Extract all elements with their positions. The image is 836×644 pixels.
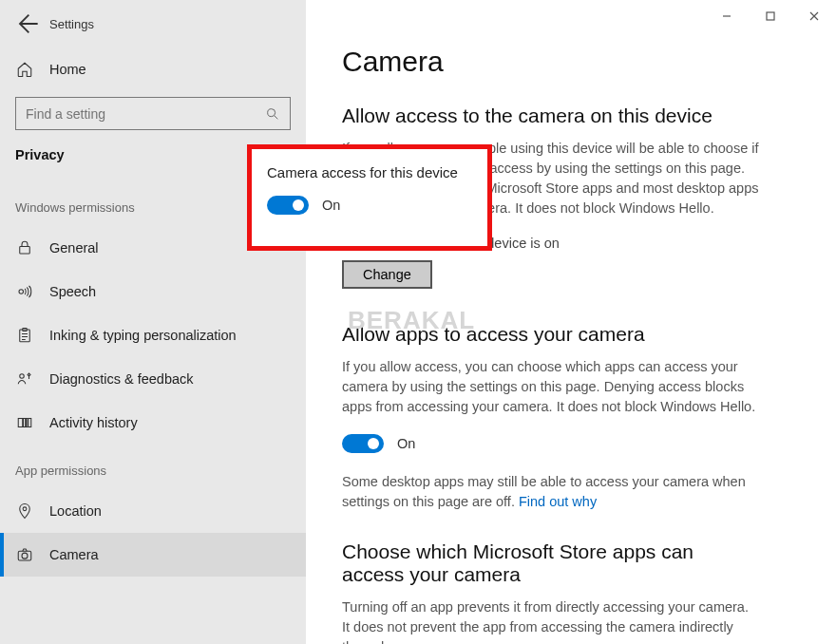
section-allow-apps: Allow apps to access your camera bbox=[342, 323, 800, 346]
titlebar: Settings bbox=[0, 0, 306, 42]
sidebar-item-label: Activity history bbox=[49, 415, 138, 430]
svg-point-2 bbox=[19, 290, 24, 294]
popup-toggle-row: On bbox=[267, 196, 472, 215]
svg-rect-13 bbox=[767, 12, 774, 20]
device-access-toggle[interactable] bbox=[267, 196, 309, 215]
page-title: Camera bbox=[342, 46, 800, 78]
back-button[interactable] bbox=[13, 10, 40, 37]
sidebar: Settings Home Privacy Windows permission… bbox=[0, 0, 306, 644]
window-title: Settings bbox=[49, 17, 94, 31]
back-arrow-icon bbox=[13, 10, 40, 37]
speech-icon bbox=[15, 282, 34, 301]
svg-rect-9 bbox=[28, 419, 31, 427]
feedback-icon bbox=[15, 369, 34, 388]
sidebar-item-label: General bbox=[49, 240, 99, 256]
settings-window: Settings Home Privacy Windows permission… bbox=[0, 0, 836, 644]
popup-toggle-label: On bbox=[322, 198, 340, 213]
sidebar-item-label: Location bbox=[49, 503, 102, 519]
sidebar-item-location[interactable]: Location bbox=[0, 489, 306, 533]
sidebar-item-speech[interactable]: Speech bbox=[0, 270, 306, 313]
search-input[interactable] bbox=[26, 106, 255, 122]
main-panel: Camera Allow access to the camera on thi… bbox=[306, 0, 836, 644]
section-allow-apps-desc: If you allow access, you can choose whic… bbox=[342, 357, 760, 417]
sidebar-item-inking[interactable]: Inking & typing personalization bbox=[0, 313, 306, 357]
sidebar-item-activity[interactable]: Activity history bbox=[0, 401, 306, 445]
section-choose-apps: Choose which Microsoft Store apps can ac… bbox=[342, 540, 750, 586]
sidebar-item-diagnostics[interactable]: Diagnostics & feedback bbox=[0, 357, 306, 401]
camera-access-popup: Camera access for this device On bbox=[247, 144, 492, 251]
popup-title: Camera access for this device bbox=[267, 164, 472, 180]
svg-point-10 bbox=[23, 507, 27, 511]
sidebar-item-label: Diagnostics & feedback bbox=[49, 371, 194, 387]
content: Camera Allow access to the camera on thi… bbox=[306, 0, 836, 644]
sidebar-item-label: Camera bbox=[49, 547, 99, 562]
search-wrap bbox=[15, 97, 291, 130]
camera-icon bbox=[15, 545, 34, 564]
change-button[interactable]: Change bbox=[342, 260, 432, 289]
sidebar-item-label: Home bbox=[49, 62, 86, 77]
search-icon bbox=[265, 106, 280, 122]
activity-history-icon bbox=[15, 413, 34, 432]
close-button[interactable] bbox=[792, 0, 836, 32]
svg-point-12 bbox=[22, 553, 28, 559]
section-choose-apps-desc: Turning off an app prevents it from dire… bbox=[342, 597, 760, 644]
lock-icon bbox=[15, 238, 34, 257]
maximize-button[interactable] bbox=[749, 0, 792, 32]
location-icon bbox=[15, 502, 34, 521]
search-box[interactable] bbox=[15, 97, 291, 130]
sidebar-item-home[interactable]: Home bbox=[0, 47, 306, 91]
sidebar-item-camera[interactable]: Camera bbox=[0, 533, 306, 577]
sidebar-item-label: Speech bbox=[49, 284, 96, 299]
group-app-permissions: App permissions bbox=[0, 464, 306, 489]
svg-point-5 bbox=[20, 374, 25, 379]
svg-rect-7 bbox=[24, 419, 26, 427]
svg-rect-1 bbox=[20, 247, 30, 255]
svg-rect-6 bbox=[18, 419, 23, 427]
svg-rect-8 bbox=[27, 419, 28, 427]
minimize-button[interactable] bbox=[705, 0, 749, 32]
home-icon bbox=[15, 60, 34, 79]
section-allow-device: Allow access to the camera on this devic… bbox=[342, 104, 800, 127]
apps-access-toggle[interactable] bbox=[342, 434, 384, 453]
apps-toggle-label: On bbox=[397, 436, 415, 451]
apps-toggle-row: On bbox=[342, 434, 800, 453]
find-out-why-link[interactable]: Find out why bbox=[519, 494, 597, 509]
desktop-note: Some desktop apps may still be able to a… bbox=[342, 472, 760, 512]
svg-point-0 bbox=[268, 108, 276, 116]
clipboard-icon bbox=[15, 326, 34, 345]
sidebar-item-label: Inking & typing personalization bbox=[49, 328, 237, 343]
window-controls bbox=[705, 0, 836, 32]
